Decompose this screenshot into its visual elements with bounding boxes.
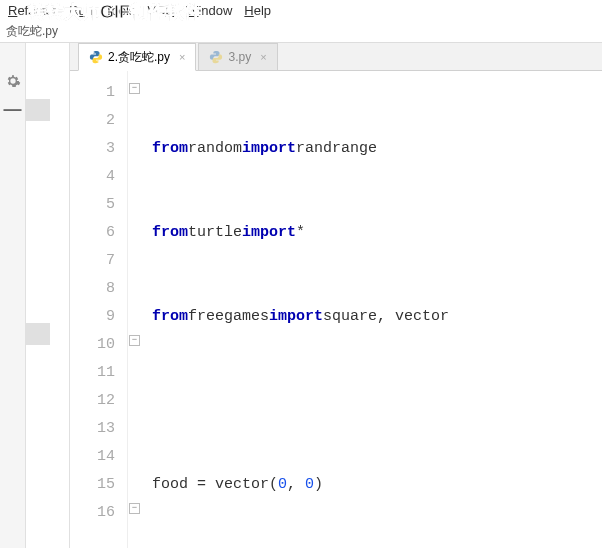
rail-marker [26, 323, 50, 345]
left-rail [26, 43, 70, 548]
rail-marker [26, 99, 50, 121]
tab-label: 2.贪吃蛇.py [108, 49, 170, 66]
python-icon [89, 50, 103, 64]
tab-label: 3.py [228, 50, 251, 64]
tab-file-1[interactable]: 2.贪吃蛇.py × [78, 43, 196, 71]
collapse-icon[interactable]: — [4, 99, 22, 120]
fold-toggle[interactable]: − [129, 83, 140, 94]
gear-icon[interactable] [5, 73, 21, 89]
fold-toggle[interactable]: − [129, 335, 140, 346]
code-line: food = vector(0, 0) [152, 471, 602, 499]
menu-refactor[interactable]: Refactor [8, 3, 57, 18]
code-area: 12345678910111213141516 − − − from rando… [70, 71, 602, 548]
svg-point-1 [98, 61, 99, 62]
breadcrumb[interactable]: 贪吃蛇.py [0, 21, 602, 43]
menu-window[interactable]: Window [186, 3, 232, 18]
code-line [152, 387, 602, 415]
main-area: — 2.贪吃蛇.py × 3.py × 12345678910111213141… [0, 43, 602, 548]
tab-bar: 2.贪吃蛇.py × 3.py × [70, 43, 602, 71]
line-gutter: 12345678910111213141516 [70, 71, 128, 548]
menu-help[interactable]: Help [244, 3, 271, 18]
svg-point-0 [93, 52, 94, 53]
tool-column: — [0, 43, 26, 548]
code-line: from random import randrange [152, 135, 602, 163]
fold-toggle[interactable]: − [129, 503, 140, 514]
close-icon[interactable]: × [260, 51, 266, 63]
code-line: from turtle import * [152, 219, 602, 247]
code-line: from freegames import square, vector [152, 303, 602, 331]
code-body[interactable]: from random import randrange from turtle… [144, 71, 602, 548]
python-icon [209, 50, 223, 64]
menu-tools[interactable]: Tools [105, 3, 135, 18]
editor-area: 2.贪吃蛇.py × 3.py × 1234567891011121314151… [70, 43, 602, 548]
tab-file-2[interactable]: 3.py × [198, 43, 277, 70]
menu-run[interactable]: Run [69, 3, 93, 18]
close-icon[interactable]: × [179, 51, 185, 63]
fold-column: − − − [128, 71, 144, 548]
menu-bar: Refactor Run Tools VCS Window Help [0, 0, 602, 21]
menu-vcs[interactable]: VCS [147, 3, 174, 18]
